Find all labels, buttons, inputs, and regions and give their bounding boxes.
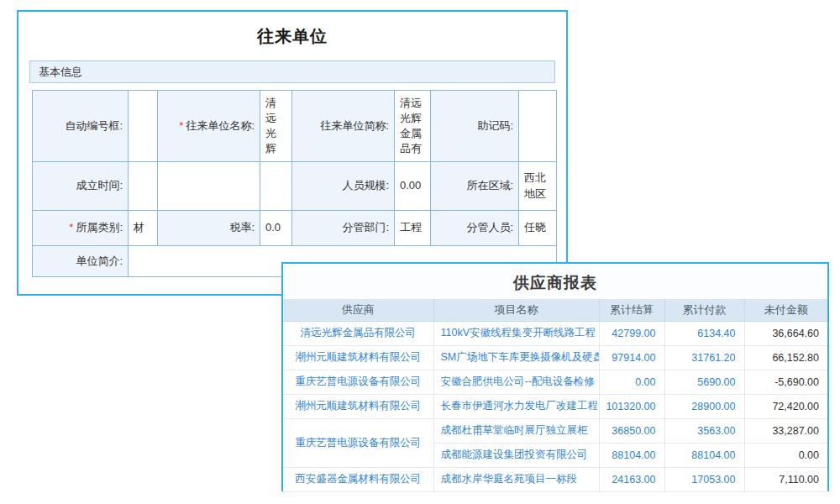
partner-form-panel: 往来单位 基本信息 自动编号框: *往来单位名称: 清远光辉 往来单位简称: 清… (17, 10, 568, 296)
table-row: 潮州元顺建筑材料有限公司 SM广场地下车库更换摄像机及硬盘 97914.00 3… (283, 345, 827, 370)
paid-cell: 6134.40 (664, 321, 744, 345)
mnemonic-code-label: 助记码: (431, 91, 519, 162)
staff-size-field[interactable]: 0.00 (395, 162, 431, 211)
category-field[interactable]: 材 (129, 211, 158, 246)
required-marker: * (179, 119, 183, 132)
auto-number-field[interactable] (129, 91, 158, 162)
department-field[interactable]: 工程 (395, 211, 431, 246)
settled-cell: 42799.00 (599, 321, 664, 345)
manager-field[interactable]: 任晓 (519, 211, 557, 246)
supplier-cell[interactable]: 清远光辉金属品有限公司 (283, 321, 433, 345)
project-cell[interactable]: 长春市伊通河水力发电厂改建工程 (433, 394, 599, 418)
staff-size-label: 人员规模: (292, 162, 395, 211)
table-row: 西安盛器金属材料有限公司 成都水岸华庭名苑项目一标段 24163.00 1705… (283, 467, 827, 491)
region-field[interactable]: 西北地区 (519, 162, 557, 211)
supplier-cell[interactable]: 重庆艺普电源设备有限公司 (283, 370, 433, 394)
table-row: 清远光辉金属品有限公司 110kV安徽线程集变开断线路工程 42799.00 6… (283, 321, 827, 345)
col-header-settled: 累计结算 (599, 299, 664, 321)
project-cell[interactable]: 110kV安徽线程集变开断线路工程 (433, 321, 599, 345)
paid-cell: 5690.00 (664, 370, 744, 394)
table-row: 重庆艺普电源设备有限公司 成都杜甫草堂临时展厅独立展柜 36850.00 356… (283, 418, 827, 443)
partner-short-name-label: 往来单位简称: (292, 91, 395, 162)
partner-name-field[interactable]: 清远光辉 (260, 91, 292, 162)
unpaid-cell: 33,287.00 (744, 418, 827, 443)
supplier-report-table: 供应商 项目名称 累计结算 累计付款 未付金额 清远光辉金属品有限公司 110k… (283, 299, 827, 492)
report-title: 供应商报表 (283, 264, 827, 299)
supplier-cell[interactable]: 潮州元顺建筑材料有限公司 (283, 394, 433, 418)
settled-cell: 36850.00 (599, 418, 664, 443)
form-row-2: 成立时间: 人员规模: 0.00 所在区域: 西北地区 (33, 162, 557, 211)
project-cell[interactable]: 成都水岸华庭名苑项目一标段 (433, 467, 599, 491)
supplier-report-panel: 供应商报表 供应商 项目名称 累计结算 累计付款 未付金额 清远光辉金属品有限公… (281, 262, 829, 491)
paid-cell: 88104.00 (664, 443, 744, 467)
unpaid-cell: 7,110.00 (744, 467, 827, 491)
paid-cell: 3563.00 (664, 418, 744, 443)
unpaid-cell: -5,690.00 (744, 370, 827, 394)
settled-cell: 101320.00 (599, 394, 664, 418)
category-label: *所属类别: (33, 211, 129, 246)
settled-cell: 24163.00 (599, 467, 664, 491)
project-cell[interactable]: 安徽合肥供电公司--配电设备检修 (433, 370, 599, 394)
manager-label: 分管人员: (431, 211, 519, 246)
mnemonic-code-field[interactable] (519, 91, 557, 162)
table-row: 潮州元顺建筑材料有限公司 长春市伊通河水力发电厂改建工程 101320.00 2… (283, 394, 827, 418)
settled-cell: 97914.00 (599, 345, 664, 370)
partner-form-table: 自动编号框: *往来单位名称: 清远光辉 往来单位简称: 清远光辉金属品有 助记… (32, 90, 557, 277)
founding-date-field-3[interactable] (260, 162, 292, 211)
col-header-paid: 累计付款 (664, 299, 744, 321)
col-header-unpaid: 未付金额 (744, 299, 827, 321)
region-label: 所在区域: (431, 162, 519, 211)
partner-name-label: *往来单位名称: (158, 91, 260, 162)
project-cell[interactable]: 成都能源建设集团投资有限公司 (433, 443, 599, 467)
page-title: 往来单位 (18, 25, 566, 48)
section-header-basic-info: 基本信息 (29, 60, 555, 83)
table-row: 重庆艺普电源设备有限公司 安徽合肥供电公司--配电设备检修 0.00 5690.… (283, 370, 827, 394)
settled-cell: 88104.00 (599, 443, 664, 467)
unpaid-cell: 72,420.00 (744, 394, 827, 418)
auto-number-label: 自动编号框: (33, 91, 129, 162)
supplier-cell[interactable]: 西安盛器金属材料有限公司 (283, 467, 433, 491)
required-marker: * (69, 221, 73, 234)
unpaid-cell: 36,664.60 (744, 321, 827, 345)
partner-short-name-field[interactable]: 清远光辉金属品有 (395, 91, 431, 162)
paid-cell: 31761.20 (664, 345, 744, 370)
project-cell[interactable]: 成都杜甫草堂临时展厅独立展柜 (433, 418, 599, 443)
supplier-cell-merged[interactable]: 重庆艺普电源设备有限公司 (283, 418, 433, 467)
paid-cell: 17053.00 (664, 467, 744, 491)
col-header-project: 项目名称 (433, 299, 599, 321)
paid-cell: 28900.00 (664, 394, 744, 418)
unpaid-cell: 66,152.80 (744, 345, 827, 370)
founding-date-label: 成立时间: (33, 162, 129, 211)
report-header-row: 供应商 项目名称 累计结算 累计付款 未付金额 (283, 299, 827, 321)
supplier-cell[interactable]: 潮州元顺建筑材料有限公司 (283, 345, 433, 370)
settled-cell: 0.00 (599, 370, 664, 394)
tax-rate-label: 税率: (158, 211, 260, 246)
form-row-3: *所属类别: 材 税率: 0.0 分管部门: 工程 分管人员: 任晓 (33, 211, 557, 246)
tax-rate-field[interactable]: 0.0 (260, 211, 292, 246)
founding-date-field[interactable] (129, 162, 158, 211)
project-cell[interactable]: SM广场地下车库更换摄像机及硬盘 (433, 345, 599, 370)
form-row-1: 自动编号框: *往来单位名称: 清远光辉 往来单位简称: 清远光辉金属品有 助记… (33, 91, 557, 162)
col-header-supplier: 供应商 (283, 299, 433, 321)
department-label: 分管部门: (292, 211, 395, 246)
founding-date-field-2[interactable] (158, 162, 260, 211)
profile-label: 单位简介: (33, 246, 129, 277)
unpaid-cell: 0.00 (744, 443, 827, 467)
